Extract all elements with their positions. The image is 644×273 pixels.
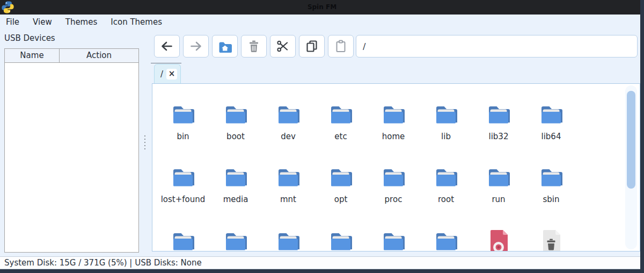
usb-devices-title: USB Devices (4, 33, 55, 43)
menu-file[interactable]: File (6, 17, 19, 27)
file-item-label: lost+found (157, 195, 209, 204)
arrow-left-icon (159, 39, 174, 54)
file-item-opt[interactable]: opt (314, 164, 367, 204)
file-item-label: root (420, 195, 472, 204)
panel-splitter[interactable] (143, 48, 148, 253)
file-item-label: opt (314, 195, 367, 204)
folder-icon (380, 164, 406, 190)
trash-icon (246, 39, 261, 54)
copy-button[interactable] (299, 35, 325, 58)
folder-icon (433, 164, 459, 190)
folder-icon (275, 101, 301, 127)
file-item-label: sbin (525, 195, 577, 204)
file-item-label: lib64 (525, 132, 577, 141)
copy-icon (304, 39, 319, 54)
splitter-grip-icon (144, 135, 145, 152)
folder-icon (486, 101, 511, 127)
file-item-label: run (472, 195, 525, 204)
folder-icon (223, 164, 248, 190)
file-item-label: dev (262, 132, 314, 141)
tab-close-button[interactable]: × (166, 69, 177, 80)
file-item-sbin[interactable]: sbin (525, 164, 577, 204)
file-item[interactable] (262, 228, 314, 252)
folder-icon (538, 101, 564, 127)
gray-file-icon (538, 228, 564, 252)
file-item-lib64[interactable]: lib64 (525, 101, 577, 141)
folder-icon (433, 228, 459, 252)
file-item-lost-found[interactable]: lost+found (157, 164, 209, 204)
menu-themes[interactable]: Themes (65, 17, 98, 27)
file-item-boot[interactable]: boot (209, 101, 262, 141)
folder-icon (170, 164, 196, 190)
status-bar: System Disk: 15G / 371G (5%) | USB Disks… (0, 256, 640, 269)
folder-icon (328, 164, 354, 190)
file-grid: bin boot dev etc home lib lib32 lib64 (152, 83, 640, 252)
scrollbar-thumb[interactable] (627, 91, 635, 189)
back-button[interactable] (154, 35, 180, 58)
file-item-label: boot (209, 132, 262, 141)
file-item[interactable] (314, 228, 367, 252)
file-item-label: proc (367, 195, 420, 204)
file-item-label: lib32 (472, 132, 525, 141)
paste-icon (333, 39, 348, 54)
file-item-root[interactable]: root (420, 164, 472, 204)
file-item[interactable] (525, 228, 577, 252)
file-item-etc[interactable]: etc (314, 101, 367, 141)
file-item-bin[interactable]: bin (157, 101, 209, 141)
cut-button[interactable] (270, 35, 296, 58)
file-item-lib[interactable]: lib (420, 101, 472, 141)
scissors-icon (275, 39, 290, 54)
title-bar: Spin FM (0, 0, 644, 15)
file-item-home[interactable]: home (367, 101, 420, 141)
path-input[interactable] (356, 35, 638, 58)
folder-icon (328, 228, 354, 252)
usb-column-name: Name (5, 49, 60, 62)
arrow-right-icon (188, 39, 203, 54)
home-folder-icon (217, 39, 232, 54)
forward-button[interactable] (183, 35, 209, 58)
file-item-label: etc (314, 132, 367, 141)
folder-icon (170, 228, 196, 252)
tab-label: / (160, 69, 163, 79)
tab-root[interactable]: / × (154, 64, 181, 83)
paste-button[interactable] (328, 35, 354, 58)
usb-table-header: Name Action (5, 49, 138, 63)
folder-icon (170, 101, 196, 127)
file-item-proc[interactable]: proc (367, 164, 420, 204)
file-item-run[interactable]: run (472, 164, 525, 204)
file-item[interactable] (367, 228, 420, 252)
folder-icon (328, 101, 354, 127)
file-item-mnt[interactable]: mnt (262, 164, 314, 204)
folder-icon (538, 164, 564, 190)
file-item[interactable] (472, 228, 525, 252)
file-item-label: bin (157, 132, 209, 141)
file-item-dev[interactable]: dev (262, 101, 314, 141)
disc-image-file-icon (486, 228, 511, 252)
file-item-label: mnt (262, 195, 314, 204)
tab-top-line (151, 63, 181, 63)
folder-icon (433, 101, 459, 127)
file-item-label: lib (420, 132, 472, 141)
folder-icon (275, 228, 301, 252)
folder-icon (223, 101, 248, 127)
delete-button[interactable] (241, 35, 267, 58)
menu-bar: File View Themes Icon Themes (0, 15, 640, 29)
folder-icon (380, 228, 406, 252)
menu-icon-themes[interactable]: Icon Themes (111, 17, 162, 27)
usb-column-action: Action (60, 49, 138, 62)
window-title: Spin FM (0, 0, 644, 15)
file-item-lib32[interactable]: lib32 (472, 101, 525, 141)
folder-icon (223, 228, 248, 252)
folder-icon (275, 164, 301, 190)
file-item-media[interactable]: media (209, 164, 262, 204)
file-item-label: home (367, 132, 420, 141)
file-item[interactable] (209, 228, 262, 252)
menu-view[interactable]: View (33, 17, 52, 27)
folder-icon (380, 101, 406, 127)
app-window: Spin FM File View Themes Icon Themes USB… (0, 0, 644, 273)
file-item[interactable] (157, 228, 209, 252)
home-button[interactable] (212, 35, 238, 58)
window-edge-right (640, 0, 644, 273)
file-item[interactable] (420, 228, 472, 252)
file-item-label: media (209, 195, 262, 204)
